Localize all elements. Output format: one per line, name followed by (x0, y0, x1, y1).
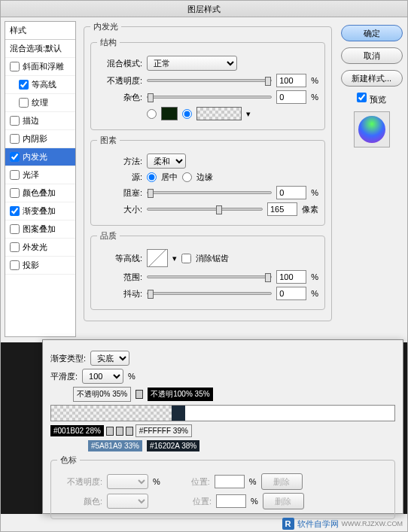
opacity-label: 不透明度: (97, 75, 142, 87)
structure-group: 结构 混合模式: 正常 不透明度: % 杂色: (90, 37, 325, 130)
opacity-stop-marker[interactable] (135, 390, 143, 399)
sidebar-item-inner-glow[interactable]: 内发光 (5, 148, 75, 166)
sidebar-label: 颜色叠加 (23, 187, 56, 199)
contour-label: 等高线: (97, 253, 142, 264)
sidebar-label: 光泽 (23, 169, 39, 181)
preview-checkbox-label[interactable]: 预览 (357, 93, 385, 105)
technique-label: 方法: (97, 156, 142, 167)
technique-select[interactable]: 柔和 (147, 154, 186, 169)
sidebar-item-contour[interactable]: 等高线 (5, 76, 75, 94)
contour-checkbox[interactable] (19, 80, 29, 90)
stop-position-label: 位置: (165, 476, 210, 488)
sidebar-header: 样式 (5, 22, 75, 40)
elements-legend: 图素 (97, 135, 120, 146)
sidebar-item-outer-glow[interactable]: 外发光 (5, 239, 75, 257)
source-edge-radio[interactable] (182, 172, 192, 182)
sidebar-label: 描边 (23, 115, 39, 126)
stop-position-input (215, 475, 245, 488)
percent-label: % (251, 497, 258, 506)
smoothness-select[interactable]: 100 (82, 369, 123, 384)
ok-button[interactable]: 确定 (341, 25, 403, 41)
sidebar-item-bevel[interactable]: 斜面和浮雕 (5, 58, 75, 76)
dialog-title: 图层样式 (1, 1, 407, 17)
sidebar-label: 纹理 (32, 97, 48, 108)
sidebar-item-stroke[interactable]: 描边 (5, 112, 75, 130)
jitter-label: 抖动: (97, 288, 142, 299)
choke-input[interactable] (276, 186, 306, 199)
gradient-type-label: 渐变类型: (50, 353, 86, 364)
sidebar-label: 投影 (23, 260, 39, 271)
sidebar-label: 斜面和浮雕 (23, 61, 64, 72)
sidebar-item-gradient-overlay[interactable]: 渐变叠加 (5, 202, 75, 220)
color-stop-marker[interactable] (106, 427, 114, 436)
drop-shadow-checkbox[interactable] (10, 260, 20, 270)
satin-checkbox[interactable] (10, 170, 20, 180)
inner-shadow-checkbox[interactable] (10, 134, 20, 144)
percent-label: % (153, 477, 160, 486)
percent-label: % (311, 93, 318, 102)
new-style-button[interactable]: 新建样式... (341, 70, 403, 87)
gradient-preview[interactable] (196, 107, 242, 120)
stop-color-label: 颜色: (57, 496, 102, 507)
bevel-checkbox[interactable] (10, 62, 20, 71)
outer-glow-checkbox[interactable] (10, 242, 20, 252)
sidebar-blend-options[interactable]: 混合选项:默认 (5, 40, 75, 58)
color-stop-marker[interactable] (126, 427, 133, 436)
noise-input[interactable] (276, 90, 306, 104)
range-slider[interactable] (147, 275, 272, 278)
color-swatch[interactable] (161, 107, 178, 120)
sidebar-label: 内阴影 (23, 133, 47, 144)
dropdown-icon[interactable]: ▾ (172, 254, 177, 263)
color-stop-tag-3: #5A81A9 33% (88, 440, 142, 451)
color-stop-marker[interactable] (116, 427, 123, 436)
preview-checkbox[interactable] (357, 93, 367, 102)
jitter-slider[interactable] (147, 292, 272, 295)
opacity-slider[interactable] (147, 79, 272, 82)
sidebar-item-pattern-overlay[interactable]: 图案叠加 (5, 220, 75, 239)
size-input[interactable] (267, 202, 297, 216)
source-center-radio[interactable] (147, 172, 157, 182)
noise-slider[interactable] (147, 96, 272, 99)
inner-glow-checkbox[interactable] (10, 152, 20, 162)
quality-group: 品质 等高线: ▾ 消除锯齿 范围: % (90, 230, 325, 310)
size-unit: 像素 (302, 204, 318, 215)
blend-mode-label: 混合模式: (97, 58, 142, 69)
choke-label: 阻塞: (97, 187, 142, 199)
color-overlay-checkbox[interactable] (10, 188, 20, 198)
sidebar-item-texture[interactable]: 纹理 (5, 94, 75, 112)
noise-label: 杂色: (97, 92, 142, 103)
sidebar-item-color-overlay[interactable]: 颜色叠加 (5, 184, 75, 202)
choke-slider[interactable] (147, 191, 272, 194)
sidebar-item-inner-shadow[interactable]: 内阴影 (5, 130, 75, 148)
range-input[interactable] (276, 270, 306, 284)
gradient-bar[interactable] (50, 405, 395, 421)
dropdown-icon[interactable]: ▾ (246, 109, 251, 119)
texture-checkbox[interactable] (19, 98, 29, 108)
sidebar-label: 等高线 (32, 79, 56, 90)
gradient-overlay-checkbox[interactable] (10, 206, 20, 216)
contour-picker[interactable] (147, 249, 168, 267)
antialias-checkbox[interactable] (181, 254, 191, 263)
gradient-radio[interactable] (182, 109, 192, 119)
sidebar-item-satin[interactable]: 光泽 (5, 166, 75, 184)
preview-label: 预览 (370, 95, 386, 104)
smoothness-label: 平滑度: (50, 371, 78, 382)
color-radio[interactable] (147, 109, 157, 119)
opacity-input[interactable] (276, 74, 306, 87)
brand-text: 软件自学网 (297, 518, 339, 530)
percent-label: % (311, 272, 318, 281)
styles-sidebar: 样式 混合选项:默认 斜面和浮雕 等高线 纹理 描边 内阴影 内发光 光泽 颜色… (5, 21, 76, 337)
stop-opacity-select (107, 474, 148, 489)
color-stop-tag-4: #16202A 38% (147, 440, 199, 451)
blend-mode-select[interactable]: 正常 (147, 56, 237, 71)
jitter-input[interactable] (276, 287, 306, 300)
sidebar-item-drop-shadow[interactable]: 投影 (5, 257, 75, 275)
delete-color-stop-button: 删除 (263, 493, 304, 509)
pattern-overlay-checkbox[interactable] (10, 224, 20, 234)
size-slider[interactable] (147, 208, 263, 211)
stop-position-label: 位置: (166, 496, 212, 507)
cancel-button[interactable]: 取消 (341, 47, 403, 64)
gradient-type-select[interactable]: 实底 (90, 351, 129, 366)
stroke-checkbox[interactable] (10, 116, 20, 126)
percent-label: % (128, 372, 135, 381)
